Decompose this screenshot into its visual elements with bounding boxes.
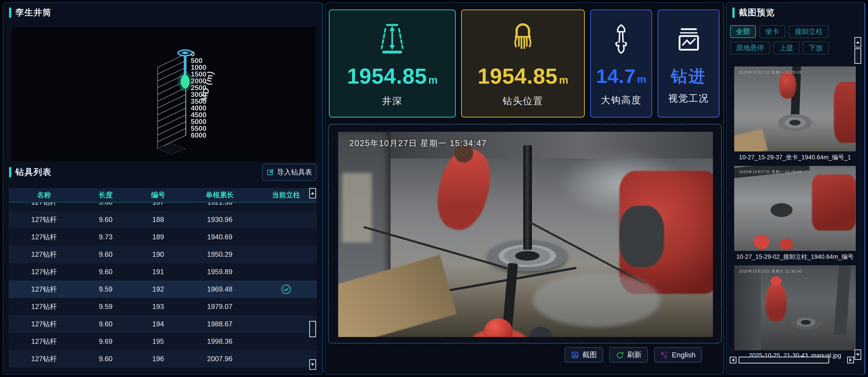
cell-number: 192 [132, 285, 184, 293]
preview-scroll-left-button[interactable] [730, 357, 737, 364]
table-row[interactable]: 127钻杆 9.60 187 1921.36 [8, 202, 317, 211]
wellbore-3d-view[interactable]: 0500100015002000250030003500400045005000… [12, 27, 316, 161]
tools-panel-title: 钻具列表 [9, 166, 52, 178]
thumbnail-image[interactable]: 2025年10月25日 星期六 21:30:40 [734, 265, 856, 350]
preview-filter-button[interactable]: 下放 [803, 41, 829, 54]
screenshot-thumbnail[interactable]: 2025年10月27日 星期一 15:29:05 10-27_15-29-02_… [734, 166, 856, 261]
language-toggle-button[interactable]: A 文 English [654, 347, 702, 363]
import-icon [267, 168, 274, 176]
cell-number: 191 [132, 268, 184, 276]
preview-hscrollbar-thumb[interactable] [739, 357, 829, 364]
thumb-scene-shape [771, 276, 781, 286]
tools-panel-title-text: 钻具列表 [16, 166, 52, 178]
cell-tool-name: 127钻杆 [8, 202, 80, 207]
cell-current-stand [255, 336, 317, 347]
cell-number: 196 [132, 355, 184, 363]
preview-filter-button[interactable]: 坐卡 [760, 25, 785, 38]
column-header: 名称 [8, 190, 80, 200]
screenshot-thumbnail[interactable]: 2025年10月25日 星期六 21:30:40 2025-10-25_21-3… [734, 265, 856, 359]
translate-icon: A 文 [660, 351, 669, 359]
thumb-scene-shape [771, 203, 793, 217]
well-depth-gauge-icon [375, 21, 409, 57]
video-container: 2025年10月27日 星期一 15:34:47 [328, 124, 722, 344]
preview-vertical-scrollbar[interactable] [855, 37, 862, 360]
cell-tool-name: 127钻杆 [8, 232, 80, 242]
table-scrollbar-thumb[interactable] [309, 321, 316, 337]
cell-cumulative-length: 1979.07 [184, 303, 255, 311]
thumbnail-filename: 10-27_15-29-02_接卸立柱_1940.64m_编号 [734, 253, 856, 261]
video-timestamp-overlay: 2025年10月27日 星期一 15:34:47 [349, 138, 487, 149]
well-depth-value-row: 1954.85 m [347, 65, 438, 87]
cell-tool-name: 127钻杆 [8, 302, 80, 311]
thumbnail-image[interactable]: 2025年10月27日 星期一 15:29:33 [734, 66, 856, 151]
table-row[interactable]: 127钻杆 9.59 193 1979.07 [8, 298, 317, 315]
thumbnail-image[interactable]: 2025年10月27日 星期一 15:29:05 [734, 166, 856, 251]
table-row[interactable]: 127钻杆 9.60 190 1950.29 [8, 246, 317, 263]
vision-status-value-row: 钻进 [671, 68, 706, 84]
cell-cumulative-length: 1988.67 [184, 320, 255, 328]
cell-length: 9.60 [80, 320, 132, 328]
refresh-button[interactable]: 刷新 [610, 347, 648, 363]
cell-cumulative-length: 1930.96 [184, 216, 255, 224]
column-header: 当前立柱 [255, 190, 317, 200]
table-row[interactable]: 127钻杆 9.60 188 1930.96 [8, 211, 317, 228]
cell-length: 9.73 [80, 233, 132, 241]
table-scroll-down-button[interactable] [309, 359, 316, 370]
screenshot-thumbnail[interactable]: 2025年10月27日 星期一 15:29:33 10-27_15-29-37_… [734, 66, 856, 161]
preview-scroll-down-button[interactable] [855, 349, 861, 360]
cell-tool-name: 127钻杆 [8, 215, 80, 224]
thumbnail-filename: 10-27_15-29-37_坐卡_1940.64m_编号_1 [734, 153, 856, 161]
thumb-scene-shape [834, 265, 851, 336]
preview-scrollbar-thumb[interactable] [855, 49, 861, 64]
cell-number: 194 [132, 320, 184, 328]
cell-cumulative-length: 2007.96 [184, 355, 255, 363]
preview-horizontal-scrollbar[interactable] [730, 357, 854, 364]
table-row[interactable]: 127钻杆 9.73 189 1940.69 [8, 228, 317, 246]
cell-tool-name: 127钻杆 [8, 354, 80, 364]
cell-current-stand [255, 354, 317, 364]
cell-cumulative-length: 1950.29 [184, 250, 255, 258]
triangle-right-icon [849, 358, 852, 362]
video-action-buttons: 截图 刷新 A 文 English [565, 347, 702, 363]
table-scrollbar[interactable] [309, 188, 316, 370]
table-row[interactable]: 127钻杆 9.60 191 1959.89 [8, 263, 317, 281]
column-header: 单根累长 [184, 190, 255, 200]
cell-cumulative-length: 1940.69 [184, 233, 255, 241]
refresh-button-label: 刷新 [627, 350, 642, 360]
live-video-feed[interactable]: 2025年10月27日 星期一 15:34:47 [338, 132, 713, 337]
preview-filter-button[interactable]: 上提 [774, 41, 799, 54]
video-scene-dark-machine [619, 206, 664, 267]
preview-panel-title-text: 截图预览 [739, 7, 775, 18]
wellbore-panel-title: 孪生井筒 [9, 7, 52, 18]
preview-scroll-right-button[interactable] [847, 357, 854, 364]
triangle-down-icon [856, 353, 860, 356]
well-depth-unit: m [428, 75, 438, 85]
preview-filter-button[interactable]: 全部 [730, 25, 756, 38]
thumb-scene-shape [734, 129, 768, 151]
cell-current-stand [255, 284, 317, 294]
drill-tools-table: 名称长度编号单根累长当前立柱 127钻杆 9.60 187 1921.36 12… [8, 188, 317, 370]
table-row[interactable]: 127钻杆 9.60 196 2007.96 [8, 350, 317, 368]
table-body[interactable]: 127钻杆 9.60 187 1921.36 127钻杆 9.60 188 19… [8, 202, 317, 370]
import-tools-button[interactable]: 导入钻具表 [262, 164, 316, 181]
cell-cumulative-length: 1998.36 [184, 338, 255, 346]
table-scroll-up-button[interactable] [309, 188, 316, 198]
preview-scroll-up-button[interactable] [855, 37, 861, 48]
hook-height-unit: m [637, 74, 646, 85]
cell-tool-name: 127钻杆 [8, 319, 80, 329]
preview-filter-button[interactable]: 接卸立柱 [789, 25, 829, 38]
cell-current-stand [255, 202, 317, 208]
stat-card-hook-height: 14.7 m 大钩高度 [590, 9, 652, 118]
vision-status-value: 钻进 [671, 68, 706, 84]
thumb-scene-shape [834, 82, 856, 143]
table-row[interactable]: 127钻杆 9.69 195 1998.36 [8, 333, 317, 350]
cell-current-stand [255, 249, 317, 260]
screenshot-preview-panel: 截图预览 全部 坐卡 接卸立柱 原地悬停 上提 下放 2025年10月27日 星… [726, 2, 865, 375]
table-row[interactable]: 127钻杆 9.60 194 1988.67 [8, 315, 317, 333]
screenshot-button[interactable]: 截图 [565, 347, 603, 363]
cell-number: 189 [132, 233, 184, 241]
left-panel: 孪生井筒 05001000150020002500300035004000450… [3, 2, 323, 375]
cell-current-stand [255, 319, 317, 329]
table-row[interactable]: 127钻杆 9.59 192 1969.48 [8, 281, 317, 298]
preview-filter-button[interactable]: 原地悬停 [730, 41, 770, 54]
